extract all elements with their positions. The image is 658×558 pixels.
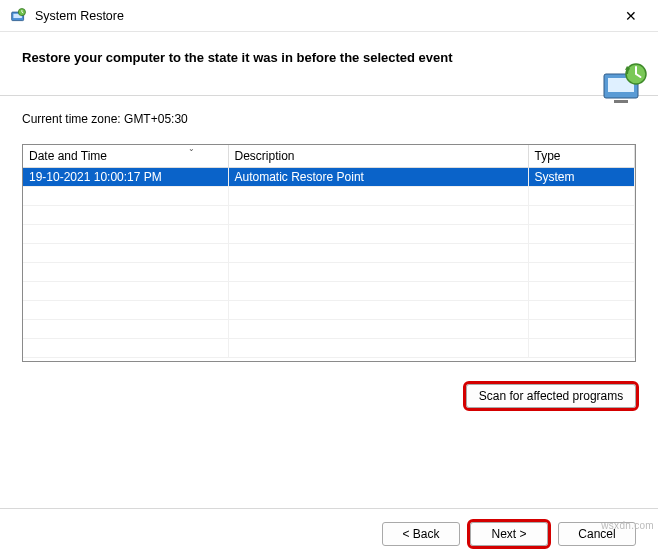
system-restore-icon <box>10 7 27 24</box>
table-row-empty: . <box>23 339 635 358</box>
next-button[interactable]: Next > <box>470 522 548 546</box>
page-headline: Restore your computer to the state it wa… <box>22 50 636 65</box>
table-row-empty: . <box>23 320 635 339</box>
table-row-empty: . <box>23 225 635 244</box>
system-restore-large-icon <box>600 60 648 108</box>
cell-desc: Automatic Restore Point <box>228 168 528 187</box>
sort-descending-icon: ⌄ <box>188 144 195 153</box>
cell-type: System <box>528 168 635 187</box>
restore-points-table[interactable]: Date and Time ⌄ Description Type 19-10-2… <box>22 144 636 362</box>
table-row-empty: . <box>23 187 635 206</box>
watermark: wsxdn.com <box>601 520 654 531</box>
wizard-content: Current time zone: GMT+05:30 Date and Ti… <box>0 96 658 418</box>
table-row-empty: . <box>23 244 635 263</box>
window-title: System Restore <box>35 9 610 23</box>
scan-affected-programs-button[interactable]: Scan for affected programs <box>466 384 636 408</box>
scan-button-row: Scan for affected programs <box>22 384 636 408</box>
column-header-date-label: Date and Time <box>29 149 107 163</box>
table-row[interactable]: 19-10-2021 10:00:17 PM Automatic Restore… <box>23 168 635 187</box>
title-bar: System Restore ✕ <box>0 0 658 32</box>
close-button[interactable]: ✕ <box>610 1 652 31</box>
column-header-date[interactable]: Date and Time ⌄ <box>23 145 228 168</box>
cell-date: 19-10-2021 10:00:17 PM <box>23 168 228 187</box>
table-row-empty: . <box>23 282 635 301</box>
column-header-type[interactable]: Type <box>528 145 635 168</box>
timezone-label: Current time zone: GMT+05:30 <box>22 112 636 126</box>
wizard-footer: < Back Next > Cancel <box>0 508 658 558</box>
back-button[interactable]: < Back <box>382 522 460 546</box>
table-row-empty: . <box>23 301 635 320</box>
column-header-description[interactable]: Description <box>228 145 528 168</box>
wizard-header: Restore your computer to the state it wa… <box>0 32 658 96</box>
table-row-empty: . <box>23 206 635 225</box>
table-row-empty: . <box>23 263 635 282</box>
svg-rect-5 <box>614 100 628 103</box>
